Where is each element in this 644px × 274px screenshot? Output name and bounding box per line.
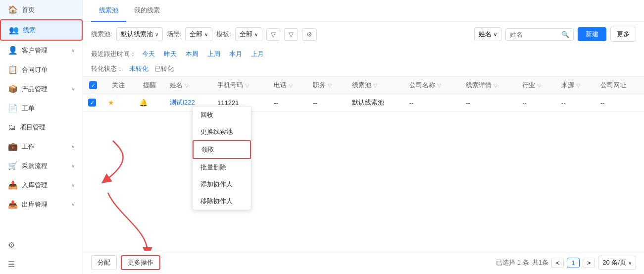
- detail-filter-icon[interactable]: ▽: [494, 82, 497, 89]
- table-header-row: 关注 提醒 姓名 ▽ 手机号码 ▽: [83, 77, 644, 94]
- search-input[interactable]: [510, 31, 559, 38]
- inbound-icon: 📥: [8, 180, 18, 190]
- sidebar-item-label: 出库管理: [22, 200, 67, 209]
- pool-col-label: 线索池: [352, 81, 371, 90]
- filter-last-month[interactable]: 上月: [248, 49, 267, 59]
- chevron-down-icon: ∨: [254, 32, 258, 37]
- company-filter-icon[interactable]: ▽: [437, 82, 441, 89]
- pool-filter-icon[interactable]: ▽: [373, 82, 377, 89]
- context-menu-remove-collaborator[interactable]: 移除协作人: [193, 193, 251, 210]
- chevron-down-icon: ∨: [204, 32, 208, 37]
- settings-filter-button[interactable]: ⚙: [302, 28, 317, 41]
- th-bell: 提醒: [134, 77, 165, 94]
- next-page-button[interactable]: >: [583, 258, 595, 268]
- pool-select[interactable]: 默认线索池 ∨: [116, 27, 163, 41]
- industry-col-label: 行业: [522, 81, 535, 90]
- tab-mine[interactable]: 我的线索: [126, 0, 168, 22]
- pagination: 已选择 1 条 共1条 < 1 > 20 条/页 ∨: [496, 256, 636, 270]
- table-wrap[interactable]: 关注 提醒 姓名 ▽ 手机号码 ▽: [83, 76, 644, 111]
- chevron-down-icon: ∨: [71, 163, 75, 168]
- product-icon: 📦: [8, 84, 18, 94]
- sidebar-item-more[interactable]: ⚙: [0, 235, 83, 255]
- th-detail: 线索详情 ▽: [461, 77, 517, 94]
- more-ops-button[interactable]: 更多操作: [121, 255, 160, 270]
- sidebar-item-purchase[interactable]: 🛒 采购流程 ∨: [0, 156, 83, 175]
- name-col-label: 姓名: [170, 81, 183, 90]
- sidebar-item-label: 工作: [22, 142, 67, 151]
- th-industry: 行业 ▽: [517, 77, 556, 94]
- sidebar-item-label: 产品管理: [22, 85, 67, 94]
- sidebar-item-label: 首页: [22, 5, 75, 14]
- context-menu-claim[interactable]: 领取: [193, 140, 251, 159]
- filter-this-month[interactable]: 本月: [226, 49, 245, 59]
- sidebar-item-home[interactable]: 🏠 首页: [0, 0, 83, 19]
- filter-yesterday[interactable]: 昨天: [161, 49, 180, 59]
- selected-info: 已选择 1 条: [496, 258, 529, 267]
- tab-pool[interactable]: 线索池: [91, 0, 126, 22]
- total-info: 共1条: [532, 258, 548, 267]
- more-button[interactable]: 更多: [610, 27, 636, 42]
- td-detail: --: [461, 94, 517, 111]
- table-area: 关注 提醒 姓名 ▽ 手机号码 ▽: [83, 76, 644, 251]
- job-filter-icon[interactable]: ▽: [328, 82, 332, 89]
- status-unconverted[interactable]: 未转化: [129, 64, 149, 73]
- bell-button[interactable]: 🔔: [139, 99, 148, 107]
- search-field-select[interactable]: 姓名 ∨: [474, 27, 501, 41]
- sidebar-item-work[interactable]: 💼 工作 ∨: [0, 137, 83, 156]
- sidebar-item-customer[interactable]: 👤 客户管理 ∨: [0, 41, 83, 60]
- phone-filter-icon[interactable]: ▽: [245, 82, 249, 89]
- prev-page-button[interactable]: <: [551, 258, 564, 268]
- template-select[interactable]: 全部 ∨: [235, 27, 262, 41]
- assign-button[interactable]: 分配: [91, 255, 117, 270]
- per-page-select[interactable]: 20 条/页 ∨: [598, 256, 636, 270]
- sidebar-item-label: 采购流程: [22, 162, 67, 170]
- template-label: 模板:: [216, 30, 231, 39]
- filter-this-week[interactable]: 本周: [183, 49, 201, 59]
- sidebar-item-label: 入库管理: [22, 181, 67, 190]
- chevron-down-icon: ∨: [494, 32, 497, 37]
- td-source: --: [556, 94, 595, 111]
- filter-button-2[interactable]: ▽: [284, 28, 298, 41]
- row-checkbox[interactable]: [88, 99, 96, 107]
- filter-last-week[interactable]: 上周: [204, 49, 223, 59]
- industry-filter-icon[interactable]: ▽: [537, 82, 541, 89]
- context-menu-recycle[interactable]: 回收: [193, 107, 251, 123]
- lead-name-link[interactable]: 测试i222: [170, 99, 195, 106]
- filter-button-1[interactable]: ▽: [266, 28, 280, 41]
- name-filter-icon[interactable]: ▽: [185, 82, 189, 89]
- leads-table: 关注 提醒 姓名 ▽ 手机号码 ▽: [83, 76, 644, 111]
- menu-icon: ☰: [8, 260, 15, 269]
- sidebar-item-label: 合同订单: [22, 65, 75, 74]
- star-col-label: 关注: [112, 81, 125, 89]
- star-button[interactable]: ★: [108, 99, 114, 107]
- context-menu: 回收 更换线索池 领取 批量删除 添加协作人 移除协作人: [192, 106, 251, 210]
- purchase-icon: 🛒: [8, 161, 18, 170]
- sidebar-item-product[interactable]: 📦 产品管理 ∨: [0, 79, 83, 99]
- context-menu-batch-delete[interactable]: 批量删除: [193, 159, 251, 176]
- new-button[interactable]: 新建: [578, 27, 606, 41]
- sidebar-item-project[interactable]: 🗂 项目管理: [0, 118, 83, 137]
- scene-label: 场景:: [167, 30, 182, 39]
- context-menu-change-pool[interactable]: 更换线索池: [193, 123, 251, 140]
- sidebar-item-leads[interactable]: 👥 线索: [0, 19, 83, 41]
- scene-select[interactable]: 全部 ∨: [185, 27, 212, 41]
- project-icon: 🗂: [8, 123, 16, 132]
- select-all-checkbox[interactable]: [89, 81, 97, 89]
- chevron-down-icon: ∨: [71, 144, 75, 149]
- sidebar-item-workorder[interactable]: 📄 工单: [0, 99, 83, 118]
- sidebar-item-inbound[interactable]: 📥 入库管理 ∨: [0, 175, 83, 195]
- bell-col-label: 提醒: [143, 81, 156, 89]
- sidebar-item-outbound[interactable]: 📤 出库管理 ∨: [0, 195, 83, 214]
- filter-today[interactable]: 今天: [139, 49, 158, 59]
- context-menu-add-collaborator[interactable]: 添加协作人: [193, 176, 251, 193]
- sidebar-item-contract[interactable]: 📋 合同订单: [0, 60, 83, 79]
- tel-filter-icon[interactable]: ▽: [289, 82, 293, 89]
- th-name: 姓名 ▽: [165, 77, 212, 94]
- sidebar-item-menu[interactable]: ☰: [0, 255, 83, 274]
- td-company: --: [404, 94, 461, 111]
- sidebar-item-label: 线索: [23, 26, 74, 35]
- source-filter-icon[interactable]: ▽: [576, 82, 580, 89]
- status-converted[interactable]: 已转化: [154, 64, 174, 73]
- search-icon: 🔍: [561, 31, 569, 38]
- detail-col-label: 线索详情: [466, 81, 492, 90]
